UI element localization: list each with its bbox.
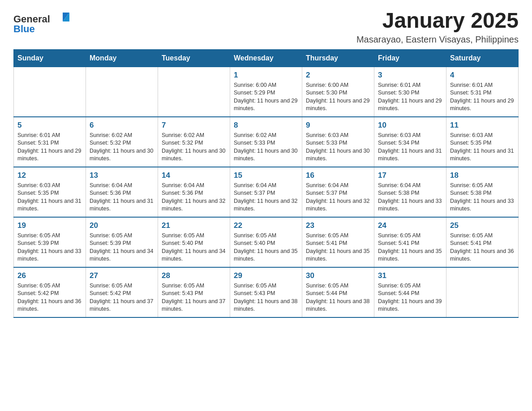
- col-tuesday: Tuesday: [158, 49, 230, 67]
- calendar-cell: [158, 67, 230, 117]
- calendar-body: 1Sunrise: 6:00 AMSunset: 5:29 PMDaylight…: [14, 67, 519, 317]
- day-number: 15: [234, 171, 298, 180]
- day-number: 28: [162, 271, 226, 280]
- day-info: Sunrise: 6:01 AMSunset: 5:31 PMDaylight:…: [17, 132, 82, 163]
- day-number: 26: [17, 271, 82, 280]
- day-number: 3: [378, 71, 442, 80]
- day-number: 23: [306, 221, 370, 230]
- day-number: 1: [234, 71, 298, 80]
- day-info: Sunrise: 6:05 AMSunset: 5:40 PMDaylight:…: [162, 232, 226, 263]
- col-saturday: Saturday: [446, 49, 519, 67]
- calendar-cell: 28Sunrise: 6:05 AMSunset: 5:43 PMDayligh…: [158, 267, 230, 317]
- day-info: Sunrise: 6:02 AMSunset: 5:33 PMDaylight:…: [234, 132, 298, 163]
- calendar-cell: 10Sunrise: 6:03 AMSunset: 5:34 PMDayligh…: [374, 117, 446, 167]
- calendar-cell: 18Sunrise: 6:05 AMSunset: 5:38 PMDayligh…: [446, 167, 519, 217]
- day-number: 20: [90, 221, 154, 230]
- calendar-table: Sunday Monday Tuesday Wednesday Thursday…: [13, 49, 519, 318]
- calendar-cell: 2Sunrise: 6:00 AMSunset: 5:30 PMDaylight…: [302, 67, 374, 117]
- calendar-cell: [446, 267, 519, 317]
- day-number: 6: [90, 121, 154, 130]
- day-info: Sunrise: 6:05 AMSunset: 5:41 PMDaylight:…: [378, 232, 442, 263]
- calendar-cell: 25Sunrise: 6:05 AMSunset: 5:41 PMDayligh…: [446, 217, 519, 267]
- day-number: 16: [306, 171, 370, 180]
- calendar-cell: 31Sunrise: 6:05 AMSunset: 5:44 PMDayligh…: [374, 267, 446, 317]
- day-number: 27: [90, 271, 154, 280]
- day-info: Sunrise: 6:04 AMSunset: 5:36 PMDaylight:…: [162, 182, 226, 213]
- calendar-cell: [14, 67, 86, 117]
- calendar-cell: 7Sunrise: 6:02 AMSunset: 5:32 PMDaylight…: [158, 117, 230, 167]
- calendar-cell: 17Sunrise: 6:04 AMSunset: 5:38 PMDayligh…: [374, 167, 446, 217]
- day-info: Sunrise: 6:05 AMSunset: 5:41 PMDaylight:…: [450, 232, 515, 263]
- calendar-cell: 5Sunrise: 6:01 AMSunset: 5:31 PMDaylight…: [14, 117, 86, 167]
- title-area: January 2025 Masarayao, Eastern Visayas,…: [356, 9, 519, 45]
- calendar-cell: 21Sunrise: 6:05 AMSunset: 5:40 PMDayligh…: [158, 217, 230, 267]
- day-info: Sunrise: 6:04 AMSunset: 5:37 PMDaylight:…: [306, 182, 370, 213]
- day-number: 9: [306, 121, 370, 130]
- logo: General Blue: [13, 9, 81, 38]
- day-number: 7: [162, 121, 226, 130]
- calendar-cell: 26Sunrise: 6:05 AMSunset: 5:42 PMDayligh…: [14, 267, 86, 317]
- day-info: Sunrise: 6:03 AMSunset: 5:35 PMDaylight:…: [17, 182, 82, 213]
- day-number: 21: [162, 221, 226, 230]
- day-number: 24: [378, 221, 442, 230]
- calendar-week-row: 26Sunrise: 6:05 AMSunset: 5:42 PMDayligh…: [14, 267, 519, 317]
- day-info: Sunrise: 6:05 AMSunset: 5:41 PMDaylight:…: [306, 232, 370, 263]
- calendar-week-row: 12Sunrise: 6:03 AMSunset: 5:35 PMDayligh…: [14, 167, 519, 217]
- day-info: Sunrise: 6:05 AMSunset: 5:42 PMDaylight:…: [90, 282, 154, 313]
- day-number: 29: [234, 271, 298, 280]
- calendar-cell: 24Sunrise: 6:05 AMSunset: 5:41 PMDayligh…: [374, 217, 446, 267]
- calendar-cell: 6Sunrise: 6:02 AMSunset: 5:32 PMDaylight…: [86, 117, 158, 167]
- calendar-cell: 29Sunrise: 6:05 AMSunset: 5:43 PMDayligh…: [230, 267, 302, 317]
- day-info: Sunrise: 6:03 AMSunset: 5:35 PMDaylight:…: [450, 132, 515, 163]
- day-info: Sunrise: 6:05 AMSunset: 5:39 PMDaylight:…: [90, 232, 154, 263]
- day-number: 13: [90, 171, 154, 180]
- calendar-cell: 20Sunrise: 6:05 AMSunset: 5:39 PMDayligh…: [86, 217, 158, 267]
- day-info: Sunrise: 6:05 AMSunset: 5:44 PMDaylight:…: [306, 282, 370, 313]
- calendar-cell: 13Sunrise: 6:04 AMSunset: 5:36 PMDayligh…: [86, 167, 158, 217]
- day-number: 10: [378, 121, 442, 130]
- day-info: Sunrise: 6:04 AMSunset: 5:37 PMDaylight:…: [234, 182, 298, 213]
- day-info: Sunrise: 6:03 AMSunset: 5:33 PMDaylight:…: [306, 132, 370, 163]
- day-number: 11: [450, 121, 515, 130]
- day-info: Sunrise: 6:00 AMSunset: 5:30 PMDaylight:…: [306, 81, 370, 113]
- calendar-cell: 22Sunrise: 6:05 AMSunset: 5:40 PMDayligh…: [230, 217, 302, 267]
- location-subtitle: Masarayao, Eastern Visayas, Philippines: [356, 34, 519, 45]
- calendar-cell: 12Sunrise: 6:03 AMSunset: 5:35 PMDayligh…: [14, 167, 86, 217]
- calendar-header-row: Sunday Monday Tuesday Wednesday Thursday…: [14, 49, 519, 67]
- day-number: 18: [450, 171, 515, 180]
- calendar-cell: 19Sunrise: 6:05 AMSunset: 5:39 PMDayligh…: [14, 217, 86, 267]
- calendar-cell: 15Sunrise: 6:04 AMSunset: 5:37 PMDayligh…: [230, 167, 302, 217]
- day-info: Sunrise: 6:00 AMSunset: 5:29 PMDaylight:…: [234, 81, 298, 113]
- calendar-week-row: 1Sunrise: 6:00 AMSunset: 5:29 PMDaylight…: [14, 67, 519, 117]
- day-number: 22: [234, 221, 298, 230]
- day-info: Sunrise: 6:05 AMSunset: 5:42 PMDaylight:…: [17, 282, 82, 313]
- day-number: 8: [234, 121, 298, 130]
- calendar-cell: 3Sunrise: 6:01 AMSunset: 5:30 PMDaylight…: [374, 67, 446, 117]
- month-year-title: January 2025: [356, 9, 519, 33]
- calendar-cell: 1Sunrise: 6:00 AMSunset: 5:29 PMDaylight…: [230, 67, 302, 117]
- day-number: 17: [378, 171, 442, 180]
- day-number: 30: [306, 271, 370, 280]
- calendar-cell: 30Sunrise: 6:05 AMSunset: 5:44 PMDayligh…: [302, 267, 374, 317]
- day-number: 2: [306, 71, 370, 80]
- calendar-header: Sunday Monday Tuesday Wednesday Thursday…: [14, 49, 519, 67]
- calendar-cell: 16Sunrise: 6:04 AMSunset: 5:37 PMDayligh…: [302, 167, 374, 217]
- day-info: Sunrise: 6:02 AMSunset: 5:32 PMDaylight:…: [90, 132, 154, 163]
- calendar-cell: 11Sunrise: 6:03 AMSunset: 5:35 PMDayligh…: [446, 117, 519, 167]
- svg-text:Blue: Blue: [13, 23, 35, 34]
- day-info: Sunrise: 6:01 AMSunset: 5:30 PMDaylight:…: [378, 81, 442, 113]
- day-info: Sunrise: 6:05 AMSunset: 5:40 PMDaylight:…: [234, 232, 298, 263]
- day-info: Sunrise: 6:03 AMSunset: 5:34 PMDaylight:…: [378, 132, 442, 163]
- calendar-cell: 23Sunrise: 6:05 AMSunset: 5:41 PMDayligh…: [302, 217, 374, 267]
- day-info: Sunrise: 6:05 AMSunset: 5:39 PMDaylight:…: [17, 232, 82, 263]
- day-number: 25: [450, 221, 515, 230]
- calendar-week-row: 19Sunrise: 6:05 AMSunset: 5:39 PMDayligh…: [14, 217, 519, 267]
- logo-svg: General Blue: [13, 9, 81, 36]
- logo-text: General Blue: [13, 9, 81, 38]
- calendar-week-row: 5Sunrise: 6:01 AMSunset: 5:31 PMDaylight…: [14, 117, 519, 167]
- calendar-cell: 4Sunrise: 6:01 AMSunset: 5:31 PMDaylight…: [446, 67, 519, 117]
- day-number: 5: [17, 121, 82, 130]
- page-header: General Blue January 2025 Masarayao, Eas…: [13, 9, 519, 45]
- col-thursday: Thursday: [302, 49, 374, 67]
- day-info: Sunrise: 6:02 AMSunset: 5:32 PMDaylight:…: [162, 132, 226, 163]
